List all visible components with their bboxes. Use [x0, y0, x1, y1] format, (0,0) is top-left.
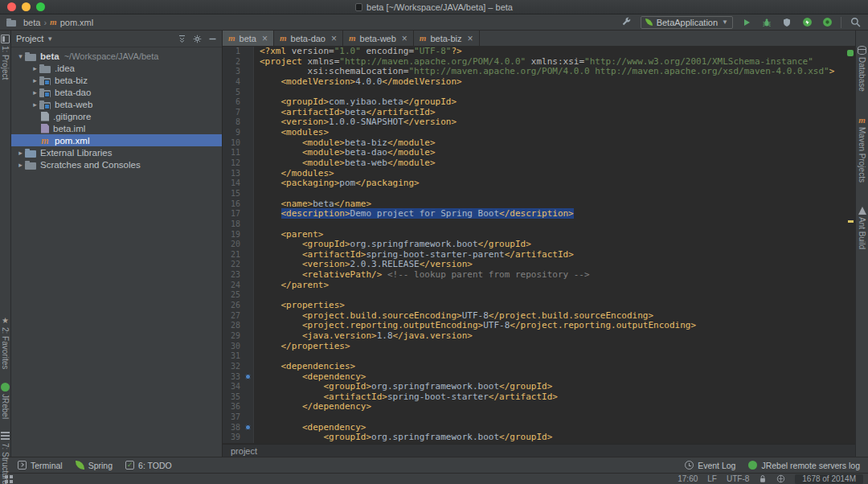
encoding-widget[interactable]: UTF-8 [727, 474, 749, 483]
chevron-down-icon[interactable]: ▾ [16, 52, 25, 60]
tool-button-ant-build[interactable]: Ant Build [858, 204, 866, 252]
maven-icon: m [39, 136, 51, 146]
debug-button[interactable] [760, 16, 773, 29]
main-area: 1: Project2: FavoritesJRebel7: Structure… [0, 31, 868, 457]
breadcrumb-project[interactable]: beta [23, 18, 40, 27]
event-log-icon [685, 461, 694, 470]
gutter-spacer [244, 362, 254, 372]
structure-icon [1, 432, 10, 441]
gutter-marker-icon[interactable] [244, 372, 254, 383]
code-text: </properties> [254, 342, 350, 352]
chevron-down-icon: ▼ [722, 18, 728, 26]
maven-icon: m [280, 34, 287, 43]
breadcrumb-file[interactable]: pom.xml [60, 18, 94, 27]
line-separator-widget[interactable]: LF [707, 474, 717, 483]
editor-tab-beta-biz[interactable]: mbeta-biz× [414, 31, 480, 46]
chevron-right-icon[interactable]: ▸ [16, 161, 25, 169]
tool-window-button-event-log[interactable]: Event Log [685, 461, 735, 470]
tool-window-button-jrebel-remote-servers-log[interactable]: JRebel remote servers log [748, 461, 860, 470]
gutter-spacer [244, 382, 254, 392]
line-number: 19 [223, 230, 244, 240]
line-number: 17 [223, 209, 244, 219]
zoom-window-button[interactable] [36, 2, 45, 11]
window-title: beta [~/Workspace/JAVA/beta] – beta [0, 2, 868, 12]
lock-icon[interactable] [759, 474, 767, 483]
close-icon[interactable]: × [468, 33, 473, 44]
tool-window-button-6-todo[interactable]: 6: TODO [125, 461, 172, 470]
tool-button-maven-projects[interactable]: Maven Projects [858, 113, 866, 185]
line-number: 28 [223, 321, 244, 331]
line-number: 39 [223, 433, 244, 443]
tool-window-button-spring[interactable]: Spring [76, 461, 113, 470]
setup-wrench-icon[interactable] [620, 16, 633, 29]
close-icon[interactable]: × [402, 33, 407, 44]
tool-button-database[interactable]: Database [858, 43, 866, 94]
minimize-window-button[interactable] [22, 2, 31, 11]
chevron-right-icon[interactable]: ▸ [31, 64, 39, 72]
jrebel-debug-button[interactable] [821, 16, 833, 29]
tool-window-switcher-icon[interactable] [5, 475, 13, 483]
line-number: 33 [223, 372, 244, 383]
gutter-spacer [244, 250, 254, 260]
code-text: <packaging>pom</packaging> [254, 178, 420, 189]
code-text: <description>Demo project for Spring Boo… [254, 209, 574, 219]
editor-scrollbar[interactable] [847, 47, 855, 444]
tree-item-beta[interactable]: ▾beta~/Workspace/JAVA/beta [11, 50, 222, 62]
settings-gear-icon[interactable] [193, 35, 202, 43]
collapse-all-icon[interactable] [178, 35, 186, 43]
inspection-status-icon[interactable] [847, 50, 854, 56]
chevron-right-icon[interactable]: ▸ [16, 149, 25, 157]
gutter-spacer [244, 240, 254, 250]
editor-lines[interactable]: 1<?xml version="1.0" encoding="UTF-8"?>2… [223, 47, 855, 444]
coverage-button[interactable] [780, 16, 793, 29]
close-icon[interactable]: × [262, 33, 268, 44]
run-button[interactable] [740, 16, 753, 29]
search-everywhere-icon[interactable] [849, 16, 862, 29]
tree-item-beta-iml[interactable]: beta.iml [11, 122, 222, 134]
editor-breadcrumb-bar: project [223, 444, 855, 457]
tree-item-beta-biz[interactable]: ▸beta-biz [11, 74, 222, 86]
code-line: 17 <description>Demo project for Spring … [223, 209, 855, 219]
highlighting-level-icon[interactable] [776, 474, 785, 483]
tool-window-button-terminal[interactable]: Terminal [18, 461, 63, 470]
tree-item-external-libraries[interactable]: ▸External Libraries [11, 146, 222, 158]
tree-item-pom-xml[interactable]: mpom.xml [11, 134, 222, 146]
scrollbar-warning-mark[interactable] [848, 220, 854, 223]
gutter-spacer [244, 108, 254, 118]
tool-button-label: 1: Project [1, 46, 10, 80]
editor-tab-beta-web[interactable]: mbeta-web× [343, 31, 414, 46]
libs-icon [25, 150, 36, 158]
tree-item-path: ~/Workspace/JAVA/beta [64, 51, 159, 61]
chevron-right-icon[interactable]: ▸ [31, 76, 39, 84]
tree-item-label: beta.iml [53, 124, 85, 133]
close-icon[interactable]: × [331, 33, 337, 44]
tool-button-1-project[interactable]: 1: Project [1, 32, 10, 82]
chevron-right-icon[interactable]: ▸ [31, 88, 39, 96]
close-window-button[interactable] [7, 2, 16, 11]
breadcrumb-tag[interactable]: project [231, 446, 257, 456]
caret-position-widget[interactable]: 17:60 [678, 474, 698, 483]
editor-tab-beta-dao[interactable]: mbeta-dao× [274, 31, 343, 46]
gutter-marker-icon[interactable] [244, 423, 254, 433]
code-text [254, 88, 260, 98]
chevron-down-icon[interactable]: ▼ [47, 35, 53, 43]
tree-item-beta-web[interactable]: ▸beta-web [11, 98, 222, 110]
line-number: 34 [223, 382, 244, 392]
project-panel-title[interactable]: Project [16, 34, 43, 43]
hide-panel-icon[interactable] [208, 35, 217, 43]
chevron-right-icon[interactable]: ▸ [31, 100, 39, 109]
line-number: 12 [223, 158, 244, 169]
line-number: 21 [223, 250, 244, 260]
tree-item-beta-dao[interactable]: ▸beta-dao [11, 86, 222, 98]
run-configuration-select[interactable]: BetaApplication ▼ [641, 16, 733, 29]
project-panel-header: Project ▼ [11, 31, 222, 47]
tree-item-idea[interactable]: ▸.idea [11, 62, 222, 74]
editor-tab-beta[interactable]: mbeta× [223, 31, 274, 46]
tree-item-gitignore[interactable]: .gitignore [11, 110, 222, 122]
tool-button-jrebel[interactable]: JRebel [1, 380, 10, 421]
code-line: 36 </dependency> [223, 402, 855, 412]
jrebel-run-button[interactable] [800, 16, 813, 29]
memory-indicator[interactable]: 1678 of 2014M [795, 474, 863, 484]
tool-button-2-favorites[interactable]: 2: Favorites [1, 314, 10, 371]
tree-item-scratches-and-consoles[interactable]: ▸Scratches and Consoles [11, 158, 222, 170]
